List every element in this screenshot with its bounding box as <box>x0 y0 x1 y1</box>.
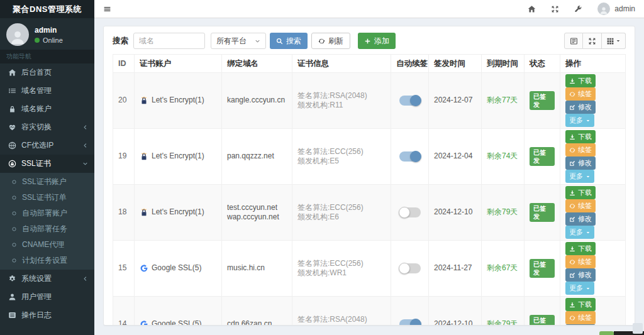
sidebar-item-home[interactable]: 后台首页 <box>0 63 94 82</box>
sidebar-item-ssl[interactable]: SSL证书 <box>0 155 94 173</box>
sidebar-item-lock[interactable]: 域名账户 <box>0 100 94 118</box>
cell-actions: 下载续签修改更多 <box>560 185 626 241</box>
cell-issued-date: 2024-12-10 <box>429 185 482 241</box>
toggle-knob <box>410 319 421 326</box>
card-view-button[interactable] <box>564 33 583 49</box>
column-header: 操作 <box>560 55 626 73</box>
download-button[interactable]: 下载 <box>565 186 596 199</box>
action-label: 修改 <box>578 270 592 280</box>
download-button[interactable]: 下载 <box>565 130 596 143</box>
table-fullscreen-button[interactable] <box>583 33 602 49</box>
tools-button[interactable] <box>574 5 582 13</box>
fullscreen-button[interactable] <box>551 5 559 13</box>
cell-cert-info: 签名算法:ECC(256)颁发机构:E6 <box>292 185 391 241</box>
column-header: ID <box>113 55 135 73</box>
circle-icon <box>11 242 17 248</box>
sidebar-subitem-label: SSL证书账户 <box>22 177 67 187</box>
sidebar-item-log[interactable]: 操作日志 <box>0 306 94 324</box>
renew-button[interactable]: 续签 <box>565 255 596 268</box>
more-button[interactable]: 更多 <box>565 170 594 183</box>
edit-button[interactable]: 修改 <box>565 157 596 170</box>
sidebar-item-user[interactable]: 用户管理 <box>0 288 94 306</box>
edit-button[interactable]: 修改 <box>565 268 596 282</box>
action-label: 下载 <box>578 188 592 197</box>
cell-issued-date: 2024-12-07 <box>429 73 482 129</box>
sidebar-item-label: 用户管理 <box>21 292 88 302</box>
renew-button[interactable]: 续签 <box>565 87 596 101</box>
cell-account: Google SSL(5) <box>135 241 222 297</box>
sidebar-subitem-label: 计划任务设置 <box>22 255 67 266</box>
cell-account: Let's Encrypt(1) <box>135 129 222 185</box>
topbar-username: admin <box>614 4 635 13</box>
more-button[interactable]: 更多 <box>565 226 594 239</box>
edit-button[interactable]: 修改 <box>565 212 596 226</box>
refresh-button[interactable]: 刷新 <box>311 33 350 49</box>
more-button[interactable]: 更多 <box>565 282 594 295</box>
scroll-corner <box>633 323 643 334</box>
cell-cert-info: 签名算法:RSA(2048)颁发机构:WR1 <box>292 297 391 326</box>
account-name: Let's Encrypt(1) <box>152 96 204 106</box>
renew-button[interactable]: 续签 <box>565 143 596 157</box>
action-label: 续签 <box>578 145 592 155</box>
sidebar-item-heartbeat[interactable]: 容灾切换 <box>0 118 94 136</box>
sidebar-subitem-label: CNAME代理 <box>22 239 64 250</box>
download-icon <box>569 78 575 84</box>
cert-info-line: 签名算法:RSA(2048) <box>297 91 386 101</box>
caret-down-icon <box>586 286 591 291</box>
auto-renew-toggle[interactable] <box>399 263 421 273</box>
sidebar-subitem[interactable]: 自动部署账户 <box>0 206 94 221</box>
avatar <box>597 3 610 15</box>
add-button[interactable]: 添加 <box>358 33 396 49</box>
search-button[interactable]: 搜索 <box>270 33 308 49</box>
action-label: 修改 <box>578 158 592 168</box>
auto-renew-toggle[interactable] <box>399 151 421 162</box>
cell-id: 19 <box>113 129 135 185</box>
action-label: 下载 <box>578 76 592 85</box>
sidebar-subitem[interactable]: SSL证书账户 <box>0 174 94 190</box>
renew-button[interactable]: 续签 <box>565 199 596 212</box>
sidebar-toggle-button[interactable] <box>103 5 111 13</box>
home-button[interactable] <box>528 5 536 13</box>
sidebar-item-label: 容灾切换 <box>21 122 77 133</box>
edit-button[interactable]: 修改 <box>565 101 596 114</box>
sidebar-subitem[interactable]: SSL证书订单 <box>0 190 94 206</box>
domain-name: wap.cccyun.net <box>227 212 287 222</box>
action-label: 续签 <box>578 257 592 266</box>
sidebar-item-label: CF优选IP <box>21 140 77 151</box>
sidebar-subitem[interactable]: CNAME代理 <box>0 237 94 253</box>
platform-select[interactable]: 所有平台 <box>211 33 266 49</box>
column-header: 签发时间 <box>429 55 482 73</box>
edit-button[interactable]: 修改 <box>565 324 596 326</box>
sidebar-item-label: 后台首页 <box>21 67 88 78</box>
sidebar-subitem[interactable]: 计划任务设置 <box>0 253 94 268</box>
sidebar-subitem[interactable]: 自动部署任务 <box>0 221 94 237</box>
avatar <box>6 23 29 46</box>
download-button[interactable]: 下载 <box>565 242 596 255</box>
sidebar-item-globe[interactable]: CF优选IP <box>0 136 94 155</box>
auto-renew-toggle[interactable] <box>399 96 421 106</box>
sidebar-item-list[interactable]: 域名管理 <box>0 82 94 100</box>
cell-status: 已签发 <box>525 129 560 185</box>
action-label: 下载 <box>578 132 592 141</box>
download-button[interactable]: 下载 <box>565 298 596 311</box>
account-name: Google SSL(5) <box>152 319 201 326</box>
sidebar-item-gears[interactable]: 系统设置 <box>0 270 94 288</box>
action-label: 修改 <box>578 102 592 112</box>
download-button[interactable]: 下载 <box>565 74 596 87</box>
cell-expire: 剩余77天 <box>482 73 525 129</box>
google-logo-icon <box>140 320 148 326</box>
renew-button[interactable]: 续签 <box>565 311 596 324</box>
cell-issued-date: 2024-11-27 <box>429 241 482 297</box>
more-button[interactable]: 更多 <box>565 114 594 127</box>
floating-button-partial[interactable] <box>599 331 614 335</box>
action-label: 更多 <box>569 172 583 181</box>
auto-renew-toggle[interactable] <box>399 319 421 326</box>
renew-icon <box>569 147 575 153</box>
certificate-card: 搜索 所有平台 搜索 刷新 添加 ID证书账 <box>103 26 635 326</box>
auto-renew-toggle[interactable] <box>399 207 421 217</box>
columns-button[interactable] <box>602 33 626 49</box>
cert-info-line: 颁发机构:E5 <box>297 157 386 167</box>
search-input[interactable] <box>133 33 205 49</box>
edit-icon <box>569 104 575 111</box>
user-menu[interactable]: admin <box>597 3 635 15</box>
